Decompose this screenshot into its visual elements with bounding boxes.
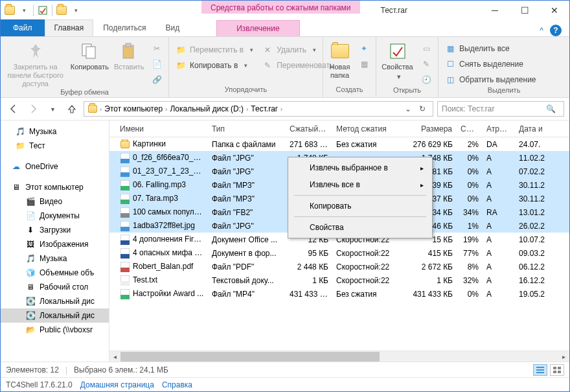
- sidebar-thispc[interactable]: 🖥Этот компьютер: [1, 180, 109, 194]
- image-icon: 🖼: [25, 239, 36, 249]
- file-icon: [120, 221, 130, 231]
- table-row[interactable]: 4 опасных мифа о ... Документ в фор... 9…: [109, 246, 569, 260]
- svg-rect-21: [120, 254, 130, 259]
- select-none-button[interactable]: ☐Снять выделение: [442, 58, 539, 71]
- cut-icon[interactable]: ✂: [149, 42, 165, 55]
- breadcrumb[interactable]: Этот компьютер: [104, 104, 163, 113]
- sidebar-item[interactable]: 💽Локальный дис: [1, 308, 109, 323]
- col-compressed[interactable]: Сжатый р...: [286, 124, 332, 133]
- view-details-button[interactable]: [533, 364, 547, 376]
- breadcrumb[interactable]: Тест.rar: [251, 104, 278, 113]
- col-type[interactable]: Тип: [208, 124, 286, 133]
- copy-button[interactable]: Копировать: [70, 40, 109, 71]
- up-button[interactable]: [64, 101, 80, 117]
- sidebar-item[interactable]: 🎵Музыка: [1, 124, 109, 139]
- sidebar-item[interactable]: 📂Public (\\vboxsr: [1, 323, 109, 337]
- tab-file[interactable]: Файл: [1, 19, 45, 36]
- svg-rect-23: [120, 268, 130, 272]
- open-icon[interactable]: ▭: [418, 42, 434, 55]
- col-name[interactable]: Имени: [116, 124, 208, 133]
- breadcrumb[interactable]: Локальный диск (D:): [170, 104, 244, 113]
- copy-icon: [79, 41, 100, 62]
- address-bar-row: ▾ › Этот компьютер› Локальный диск (D:)›…: [1, 98, 569, 120]
- back-button[interactable]: [6, 101, 21, 117]
- scroll-thumb[interactable]: [120, 352, 380, 362]
- home-link[interactable]: Домашняя страница: [80, 380, 154, 389]
- table-row[interactable]: Test.txt Текстовый доку... 1 КБ Скоростн…: [109, 273, 569, 287]
- file-icon: [120, 235, 130, 245]
- qat-properties-icon[interactable]: [36, 4, 49, 17]
- copy-path-icon[interactable]: 📄: [149, 58, 165, 71]
- svg-rect-28: [536, 367, 544, 368]
- col-method[interactable]: Метод сжатия: [332, 124, 405, 133]
- sidebar-item[interactable]: 📁Тест: [1, 139, 109, 153]
- menu-extract-selected[interactable]: Извлечь выбранное в▸: [290, 159, 430, 176]
- sidebar-item[interactable]: 📄Документы: [1, 209, 109, 223]
- new-folder-button[interactable]: Новая папка: [327, 40, 352, 80]
- col-date[interactable]: Дата и: [515, 124, 551, 133]
- qat-dropdown2-icon[interactable]: ▾: [69, 4, 82, 17]
- sidebar-item[interactable]: 💽Локальный дис: [1, 294, 109, 308]
- table-row[interactable]: Robert_Balan.pdf Файл "PDF" 2 448 КБ Ско…: [109, 260, 569, 273]
- tab-view[interactable]: Вид: [155, 19, 189, 36]
- tab-home[interactable]: Главная: [45, 19, 94, 36]
- menu-extract-all[interactable]: Извлечь все в▸: [290, 176, 430, 193]
- history-icon[interactable]: 🕘: [418, 73, 434, 86]
- svg-rect-34: [558, 371, 561, 373]
- close-button[interactable]: ✕: [540, 1, 569, 20]
- navigation-pane[interactable]: 🎵Музыка📁Тест☁OneDrive🖥Этот компьютер🎬Вид…: [1, 121, 109, 362]
- svg-rect-7: [120, 159, 130, 163]
- qat-dropdown-icon[interactable]: ▾: [17, 4, 30, 17]
- menu-properties[interactable]: Свойства: [290, 219, 430, 236]
- ribbon-collapse-icon[interactable]: ^: [540, 26, 543, 35]
- col-ratio[interactable]: Сжа...: [457, 124, 483, 133]
- paste-button[interactable]: Вставить: [113, 40, 145, 71]
- recent-dropdown[interactable]: ▾: [45, 101, 60, 117]
- col-size[interactable]: Размера: [405, 124, 457, 133]
- copy-to-button[interactable]: 📁Копировать в▾: [173, 59, 256, 72]
- scroll-left-icon[interactable]: ◂: [109, 352, 120, 362]
- refresh-icon[interactable]: ↻: [416, 104, 429, 113]
- qat-newfolder-icon[interactable]: [55, 4, 68, 17]
- column-headers[interactable]: Имени Тип Сжатый р... Метод сжатия Разме…: [109, 121, 569, 137]
- table-row[interactable]: Картинки Папка с файлами 271 683 КБ Без …: [109, 137, 569, 151]
- edit-icon[interactable]: ✎: [418, 58, 434, 71]
- doc-icon: 📄: [25, 211, 36, 221]
- maximize-button[interactable]: ☐: [510, 1, 540, 20]
- minimize-button[interactable]: ─: [480, 1, 510, 20]
- horizontal-scrollbar[interactable]: ◂ ▸: [109, 351, 569, 362]
- scroll-right-icon[interactable]: ▸: [558, 352, 569, 362]
- move-to-button[interactable]: 📁Переместить в▾: [173, 43, 256, 56]
- group-select-label: Выделить: [442, 86, 565, 96]
- help-link[interactable]: Справка: [162, 380, 192, 389]
- sidebar-item[interactable]: 🧊Объемные объ: [1, 266, 109, 280]
- pin-quickaccess-button[interactable]: Закрепить на панели быстрого доступа: [5, 40, 66, 88]
- sidebar-item[interactable]: 🎬Видео: [1, 194, 109, 209]
- view-large-button[interactable]: [550, 364, 564, 376]
- new-item-icon[interactable]: ✦: [356, 42, 372, 55]
- table-row[interactable]: Настройки Award ... Файл "MP4" 431 433 К…: [109, 287, 569, 301]
- sidebar-item[interactable]: 🎵Музыка: [1, 251, 109, 266]
- search-input[interactable]: Поиск: Тест.rar 🔍: [437, 101, 564, 117]
- address-bar[interactable]: › Этот компьютер› Локальный диск (D:)› Т…: [84, 101, 433, 117]
- col-attr[interactable]: Атрибу...: [483, 124, 515, 133]
- tab-share[interactable]: Поделиться: [93, 19, 155, 36]
- svg-rect-0: [39, 6, 47, 14]
- sidebar-item[interactable]: 🖼Изображения: [1, 237, 109, 251]
- select-all-button[interactable]: ▦Выделить все: [442, 42, 539, 55]
- svg-rect-11: [120, 186, 130, 190]
- tab-extract[interactable]: Извлечение: [216, 20, 299, 36]
- invert-selection-button[interactable]: ◫Обратить выделение: [442, 73, 539, 86]
- menu-copy[interactable]: Копировать: [290, 198, 430, 214]
- easy-access-icon[interactable]: ▦: [356, 58, 372, 71]
- paste-shortcut-icon[interactable]: 🔗: [149, 73, 165, 86]
- sidebar-item[interactable]: 🖥Рабочий стол: [1, 280, 109, 294]
- properties-button[interactable]: Свойства▾: [380, 40, 415, 81]
- quick-access-toolbar: ▾ ▾: [1, 1, 85, 20]
- sidebar-onedrive[interactable]: ☁OneDrive: [1, 159, 109, 174]
- sidebar-item[interactable]: ⬇Загрузки: [1, 223, 109, 237]
- forward-button[interactable]: [25, 101, 41, 117]
- invertsel-icon: ◫: [445, 75, 455, 85]
- help-icon[interactable]: ?: [550, 25, 562, 36]
- addr-dropdown-icon[interactable]: ⌄: [402, 104, 415, 113]
